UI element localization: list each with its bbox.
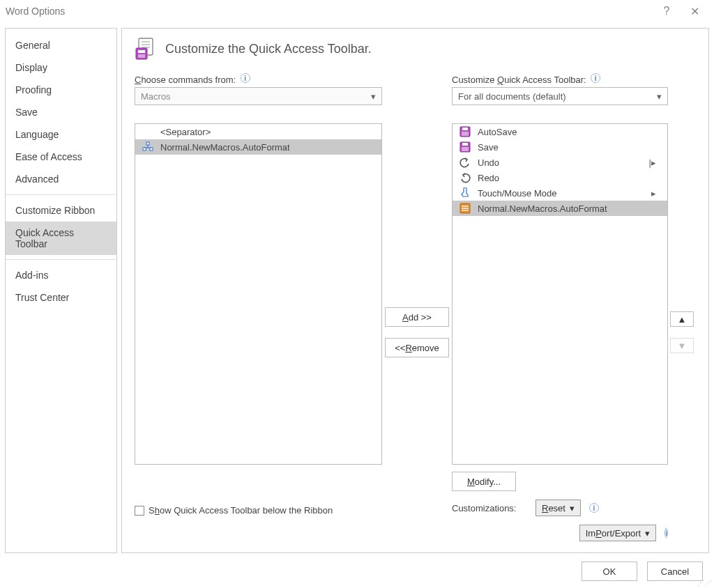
- svg-rect-5: [138, 50, 145, 53]
- main-panel: Customize the Quick Access Toolbar. Choo…: [121, 28, 709, 553]
- list-item-touch-mouse-mode[interactable]: Touch/Mouse Mode ▸: [453, 185, 667, 201]
- sidebar-item-display[interactable]: Display: [6, 56, 116, 79]
- sidebar-item-trust-center[interactable]: Trust Center: [6, 286, 116, 309]
- sidebar-item-general[interactable]: General: [6, 34, 116, 56]
- macro-icon: [459, 203, 471, 214]
- svg-rect-10: [143, 148, 146, 150]
- close-button[interactable]: ✕: [681, 5, 708, 18]
- customize-qat-value: For all documents (default): [458, 91, 566, 102]
- checkbox-icon: [135, 506, 144, 516]
- undo-icon: [459, 157, 471, 168]
- macro-tree-icon: [142, 141, 153, 153]
- help-button[interactable]: ?: [653, 5, 681, 17]
- blank-icon: [142, 126, 153, 137]
- split-indicator-icon: |▸: [649, 157, 660, 168]
- chevron-down-icon: ▾: [371, 91, 376, 102]
- svg-rect-13: [462, 127, 468, 130]
- chevron-down-icon: ▾: [645, 528, 650, 539]
- redo-icon: [459, 172, 471, 183]
- choose-commands-combo[interactable]: Macros ▾: [135, 87, 382, 105]
- choose-commands-label: Choose commands from:: [135, 75, 236, 85]
- svg-rect-16: [462, 143, 468, 146]
- customizations-label: Customizations:: [452, 503, 529, 513]
- save-icon: [459, 126, 471, 137]
- cancel-button[interactable]: Cancel: [647, 562, 703, 581]
- svg-rect-11: [150, 148, 153, 150]
- add-button[interactable]: Add >>: [385, 307, 449, 327]
- sidebar-item-save[interactable]: Save: [6, 101, 116, 123]
- info-icon[interactable]: i: [241, 73, 250, 83]
- choose-commands-value: Macros: [141, 91, 171, 102]
- chevron-down-icon: ▾: [657, 91, 662, 102]
- reset-dropdown[interactable]: Reset ▾: [536, 500, 581, 516]
- qat-icon: [135, 37, 158, 61]
- show-below-ribbon-checkbox[interactable]: Show Quick Access Toolbar below the Ribb…: [135, 505, 382, 516]
- svg-rect-6: [138, 54, 145, 58]
- ok-button[interactable]: OK: [582, 562, 637, 581]
- sidebar-item-proofing[interactable]: Proofing: [6, 79, 116, 101]
- word-options-dialog: Word Options ? ✕ General Display Proofin…: [0, 0, 714, 588]
- dialog-footer: OK Cancel: [582, 562, 703, 581]
- list-item-separator[interactable]: <Separator>: [135, 124, 381, 139]
- remove-button[interactable]: << Remove: [385, 338, 449, 357]
- customize-qat-combo[interactable]: For all documents (default) ▾: [452, 87, 668, 105]
- sidebar-item-customize-ribbon[interactable]: Customize Ribbon: [6, 199, 116, 222]
- svg-rect-7: [146, 142, 149, 145]
- sidebar-item-ease-of-access[interactable]: Ease of Access: [6, 146, 116, 168]
- window-title: Word Options: [6, 6, 65, 17]
- touch-icon: [459, 187, 471, 199]
- chevron-down-icon: ▾: [570, 503, 575, 513]
- submenu-indicator-icon: ▸: [651, 188, 660, 199]
- sidebar-item-add-ins[interactable]: Add-ins: [6, 264, 116, 286]
- save-icon: [459, 141, 471, 153]
- move-up-button[interactable]: ▲: [670, 311, 694, 327]
- list-item-autosave[interactable]: AutoSave: [453, 124, 667, 139]
- move-down-button[interactable]: ▼: [670, 338, 694, 353]
- title-bar: Word Options ? ✕: [0, 0, 714, 22]
- category-sidebar: General Display Proofing Save Language E…: [5, 28, 117, 553]
- info-icon[interactable]: i: [589, 503, 599, 513]
- svg-rect-17: [462, 147, 469, 151]
- list-item-macro[interactable]: Normal.NewMacros.AutoFormat: [135, 139, 381, 155]
- page-heading: Customize the Quick Access Toolbar.: [165, 42, 372, 56]
- list-item-macro[interactable]: Normal.NewMacros.AutoFormat: [453, 201, 667, 216]
- sidebar-item-advanced[interactable]: Advanced: [6, 168, 116, 190]
- import-export-dropdown[interactable]: ImPort/Export ▾: [579, 525, 656, 541]
- list-item-save[interactable]: Save: [453, 139, 667, 155]
- sidebar-separator: [6, 259, 116, 260]
- current-qat-list[interactable]: AutoSave Save Undo |▸: [452, 123, 668, 465]
- modify-button[interactable]: Modify...: [452, 472, 516, 491]
- sidebar-item-language[interactable]: Language: [6, 123, 116, 146]
- available-commands-list[interactable]: <Separator> Normal.NewMacros.AutoFormat: [135, 123, 382, 465]
- list-item-undo[interactable]: Undo |▸: [453, 155, 667, 170]
- triangle-up-icon: ▲: [678, 314, 687, 325]
- list-item-redo[interactable]: Redo: [453, 170, 667, 185]
- svg-rect-14: [462, 132, 469, 136]
- info-icon[interactable]: i: [591, 73, 600, 83]
- customize-qat-label: Customize Quick Access Toolbar:: [452, 75, 586, 85]
- sidebar-separator: [6, 194, 116, 195]
- triangle-down-icon: ▼: [678, 341, 687, 351]
- sidebar-item-quick-access-toolbar[interactable]: Quick Access Toolbar: [6, 222, 116, 255]
